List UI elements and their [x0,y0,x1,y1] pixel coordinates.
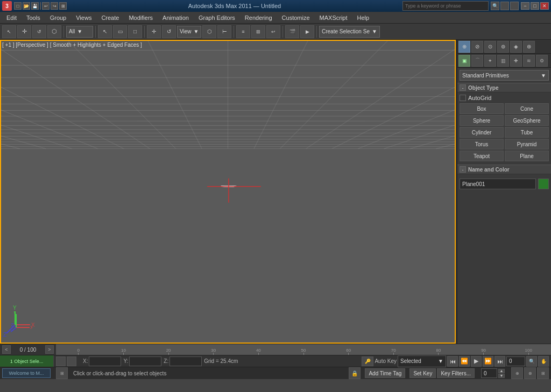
scale-tool[interactable]: ⬡ [202,25,216,38]
name-color-collapse[interactable]: - [460,166,466,173]
move-tool[interactable]: ✛ [147,25,161,38]
z-input[interactable] [169,357,202,366]
menu-create[interactable]: Create [97,13,123,22]
tab-create[interactable]: ⊕ [458,41,470,53]
selected-dropdown[interactable]: Selected ▼ [398,355,446,367]
cameras-icon[interactable]: ▥ [497,55,509,67]
tube-button[interactable]: Tube [505,127,549,138]
menu-help[interactable]: Help [353,13,374,22]
help-icon[interactable] [510,2,519,10]
search-box[interactable]: Type a keyword or phrase [402,1,489,11]
menu-customize[interactable]: Customize [278,13,314,22]
view-dropdown[interactable]: View ▼ [177,26,201,38]
menu-modifiers[interactable]: Modifiers [124,13,157,22]
viewport-zoom-btn[interactable]: 🔍 [526,356,537,367]
menu-animation[interactable]: Animation [158,13,193,22]
select-region[interactable]: ▭ [113,25,127,38]
cone-button[interactable]: Cone [505,103,549,114]
create-selection-set[interactable]: Create Selection Se ▼ [319,26,380,38]
mirror-tool[interactable]: ⊢ [217,25,231,38]
plane-button[interactable]: Plane [505,151,549,161]
menu-maxscript[interactable]: MAXScript [315,13,352,22]
rotate-icon[interactable]: ↺ [32,25,46,38]
obj-icon1[interactable] [56,357,66,366]
render-btn[interactable]: ▶ [300,25,314,38]
align-tool[interactable]: ≡ [236,25,250,38]
autogrid-checkbox[interactable] [460,95,466,101]
viewport[interactable]: [ +1 ] [Perspective ] [ Smooth + Highlig… [0,40,457,344]
cylinder-button[interactable]: Cylinder [460,127,504,138]
undo-view[interactable]: ↩ [266,25,280,38]
geometry-icon[interactable]: ▣ [458,55,470,67]
play-btn[interactable]: ▶ [471,356,482,367]
box-button[interactable]: Box [460,103,504,114]
goto-end-btn[interactable]: ⏭ [495,356,505,367]
key-icon[interactable]: 🔑 [362,357,373,366]
timeline-right-btn[interactable]: > [45,345,54,354]
scene-canvas[interactable] [0,40,456,344]
pyramid-button[interactable]: Pyramid [505,139,549,149]
next-frame-btn[interactable]: ⏩ [483,356,493,367]
menu-views[interactable]: Views [72,13,96,22]
goto-start-btn[interactable]: ⏮ [447,356,458,367]
ref-icon[interactable]: ⊞ [59,2,67,10]
scale-icon[interactable]: ⬡ [47,25,61,38]
tab-utilities[interactable]: ⊛ [523,41,535,53]
object-name-input[interactable] [460,179,536,189]
frame-up[interactable]: ▲ [498,369,505,373]
move-icon[interactable]: ✛ [17,25,31,38]
geosphere-button[interactable]: GeoSphere [505,115,549,126]
obj-icon2[interactable] [67,357,76,366]
extra-btn2[interactable]: ⊗ [524,367,536,379]
undo-icon[interactable]: ↩ [42,2,50,10]
shapes-icon[interactable]: ⌒ [471,55,483,67]
extra-btn3[interactable]: ⊞ [537,367,549,379]
tab-hierarchy[interactable]: ⊙ [484,41,496,53]
save-icon[interactable]: 💾 [31,2,39,10]
object-type-collapse[interactable]: - [460,84,466,91]
layer-mgr[interactable]: ⊞ [251,25,265,38]
rotate-tool[interactable]: ↺ [162,25,176,38]
prev-frame-btn[interactable]: ⏪ [459,356,470,367]
menu-edit[interactable]: Edit [2,13,21,22]
color-swatch[interactable] [538,179,549,189]
window-crossing[interactable]: □ [128,25,142,38]
add-time-tag-btn[interactable]: Add Time Tag [365,368,405,378]
teapot-button[interactable]: Teapot [460,151,504,161]
key-filters-btn[interactable]: Key Filters... [437,368,475,378]
primitives-dropdown[interactable]: Standard Primitives ▼ [460,70,549,81]
tab-motion[interactable]: ⊚ [497,41,509,53]
redo-icon[interactable]: ↪ [51,2,58,10]
minimize-button[interactable]: − [521,2,529,10]
select-icon[interactable]: ↖ [2,25,16,38]
new-icon[interactable]: □ [14,2,22,10]
menu-group[interactable]: Group [46,13,71,22]
x-input[interactable] [89,357,121,366]
search-icon[interactable]: 🔍 [491,2,499,10]
spacewarps-icon[interactable]: ≋ [523,55,535,67]
menu-rendering[interactable]: Rendering [241,13,277,22]
timeline-left-btn[interactable]: < [2,345,11,354]
select-btn[interactable]: ↖ [98,25,112,38]
sphere-button[interactable]: Sphere [460,115,504,126]
torus-button[interactable]: Torus [460,139,504,149]
tab-modify[interactable]: ⊘ [471,41,483,53]
frame-input[interactable] [506,357,525,366]
y-input[interactable] [129,357,161,366]
close-button[interactable]: ✕ [540,2,549,10]
lock-icon[interactable]: 🔒 [349,367,361,379]
lights-icon[interactable]: ✦ [484,55,496,67]
tab-display[interactable]: ◈ [510,41,522,53]
frame-counter-input[interactable] [481,368,497,378]
filter-dropdown[interactable]: All ▼ [66,26,93,38]
frame-down[interactable]: ▼ [498,374,505,378]
viewport-pan-btn[interactable]: ✋ [538,356,549,367]
menu-graph-editors[interactable]: Graph Editors [194,13,239,22]
set-key-btn[interactable]: Set Key [409,368,436,378]
systems-icon[interactable]: ⚙ [536,55,548,67]
helpers-icon[interactable]: ✚ [510,55,522,67]
extra-btn1[interactable]: ⊕ [511,367,523,379]
menu-tools[interactable]: Tools [22,13,45,22]
maximize-button[interactable]: □ [531,2,539,10]
render-setup[interactable]: 🎬 [285,25,299,38]
